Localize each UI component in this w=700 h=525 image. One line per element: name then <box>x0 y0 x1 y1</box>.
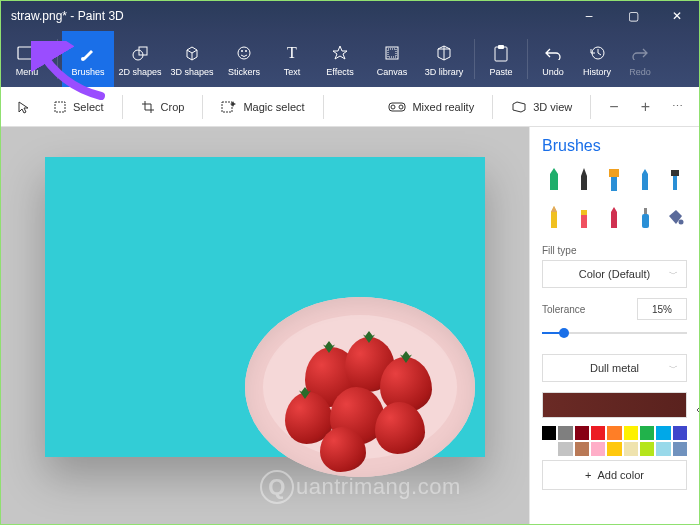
pointer-tool[interactable] <box>9 93 39 121</box>
brush-pencil[interactable] <box>542 203 566 233</box>
brush-icon <box>79 42 97 64</box>
color-swatch[interactable] <box>673 442 687 456</box>
color-swatch[interactable] <box>575 442 589 456</box>
brush-watercolor[interactable] <box>633 165 657 195</box>
ribbon-undo[interactable]: Undo <box>532 31 574 87</box>
color-swatch[interactable] <box>656 442 670 456</box>
ribbon-label: 2D shapes <box>118 67 161 77</box>
color-swatch[interactable] <box>558 426 572 440</box>
svg-rect-0 <box>18 47 36 59</box>
ribbon-3d-shapes[interactable]: 3D shapes <box>166 31 218 87</box>
ribbon-3d-library[interactable]: 3D library <box>418 31 470 87</box>
color-swatch[interactable] <box>607 442 621 456</box>
more-button[interactable]: ⋯ <box>664 93 691 121</box>
color-swatch[interactable] <box>624 426 638 440</box>
chevron-down-icon: ﹀ <box>669 268 678 281</box>
mixed-reality-label: Mixed reality <box>412 101 474 113</box>
canvas-image[interactable] <box>45 157 485 457</box>
crop-label: Crop <box>161 101 185 113</box>
svg-rect-22 <box>581 210 587 215</box>
chevron-down-icon: ﹀ <box>669 362 678 375</box>
color-swatch[interactable] <box>591 426 605 440</box>
crop-tool[interactable]: Crop <box>133 93 193 121</box>
brush-pixel[interactable] <box>663 165 687 195</box>
brush-eraser[interactable] <box>572 203 596 233</box>
magic-select-tool[interactable]: Magic select <box>213 93 312 121</box>
menu-button[interactable]: Menu <box>1 31 53 87</box>
ribbon-brushes[interactable]: Brushes <box>62 31 114 87</box>
svg-rect-24 <box>644 208 647 214</box>
svg-point-1 <box>81 57 85 61</box>
color-swatch[interactable] <box>575 426 589 440</box>
add-color-button[interactable]: + Add color <box>542 460 687 490</box>
color-swatch[interactable] <box>640 426 654 440</box>
ribbon-label: Brushes <box>71 67 104 77</box>
brush-oil[interactable] <box>602 165 626 195</box>
zoom-out-button[interactable]: − <box>601 93 626 121</box>
redo-icon <box>631 42 649 64</box>
svg-point-4 <box>238 47 250 59</box>
fill-type-select[interactable]: Color (Default) ﹀ <box>542 260 687 288</box>
color-swatch[interactable] <box>640 442 654 456</box>
sidebar-title: Brushes <box>542 137 687 155</box>
sidebar: Brushes Fill type Color (Default) ﹀ Tole… <box>529 127 699 524</box>
ribbon-canvas[interactable]: Canvas <box>366 31 418 87</box>
ribbon-label: 3D shapes <box>170 67 213 77</box>
material-select[interactable]: Dull metal ﹀ <box>542 354 687 382</box>
window-minimize-button[interactable]: – <box>567 1 611 31</box>
add-color-label: Add color <box>597 469 643 481</box>
color-swatch[interactable] <box>624 442 638 456</box>
svg-rect-9 <box>495 47 507 61</box>
color-swatch[interactable] <box>607 426 621 440</box>
ribbon-separator <box>527 39 528 79</box>
color-swatch[interactable] <box>558 442 572 456</box>
svg-rect-13 <box>222 102 232 112</box>
canvas-area[interactable] <box>1 127 529 524</box>
zoom-in-button[interactable]: + <box>633 93 658 121</box>
magic-select-label: Magic select <box>243 101 304 113</box>
ribbon-paste[interactable]: Paste <box>479 31 523 87</box>
material-value: Dull metal <box>590 362 639 374</box>
svg-point-16 <box>399 105 403 109</box>
svg-rect-20 <box>673 176 677 190</box>
eyedropper-button[interactable] <box>691 394 699 416</box>
current-color-swatch[interactable] <box>542 392 687 418</box>
fill-type-value: Color (Default) <box>579 268 651 280</box>
effects-icon <box>331 42 349 64</box>
brush-grid <box>542 165 687 233</box>
paste-icon <box>493 42 509 64</box>
select-tool[interactable]: Select <box>45 93 112 121</box>
color-swatch[interactable] <box>673 426 687 440</box>
color-swatch[interactable] <box>542 442 556 456</box>
ribbon: Menu Brushes 2D shapes 3D shapes Sticker… <box>1 31 699 87</box>
3d-view-tool[interactable]: 3D view <box>503 93 580 121</box>
watermark-logo: Q <box>260 470 294 504</box>
mixed-reality-tool[interactable]: Mixed reality <box>380 93 482 121</box>
color-swatch[interactable] <box>591 442 605 456</box>
ribbon-effects[interactable]: Effects <box>314 31 366 87</box>
color-swatch[interactable] <box>542 426 556 440</box>
sub-toolbar: Select Crop Magic select Mixed reality 3… <box>1 87 699 127</box>
brush-marker[interactable] <box>542 165 566 195</box>
tolerance-value[interactable]: 15% <box>637 298 687 320</box>
brush-spray[interactable] <box>633 203 657 233</box>
window-title: straw.png* - Paint 3D <box>1 9 567 23</box>
window-close-button[interactable]: ✕ <box>655 1 699 31</box>
ribbon-stickers[interactable]: Stickers <box>218 31 270 87</box>
window-maximize-button[interactable]: ▢ <box>611 1 655 31</box>
color-swatch[interactable] <box>656 426 670 440</box>
tolerance-slider[interactable] <box>542 326 687 340</box>
ribbon-2d-shapes[interactable]: 2D shapes <box>114 31 166 87</box>
ribbon-history[interactable]: History <box>574 31 620 87</box>
toolbar-separator <box>323 95 324 119</box>
ribbon-text[interactable]: T Text <box>270 31 314 87</box>
svg-point-5 <box>241 50 243 52</box>
fill-type-label: Fill type <box>542 245 687 256</box>
brush-fill[interactable] <box>663 203 687 233</box>
library-icon <box>435 42 453 64</box>
watermark-text: uantrimang.com <box>296 474 461 500</box>
toolbar-separator <box>492 95 493 119</box>
brush-crayon[interactable] <box>602 203 626 233</box>
ribbon-label: Redo <box>629 67 651 77</box>
brush-calligraphy[interactable] <box>572 165 596 195</box>
